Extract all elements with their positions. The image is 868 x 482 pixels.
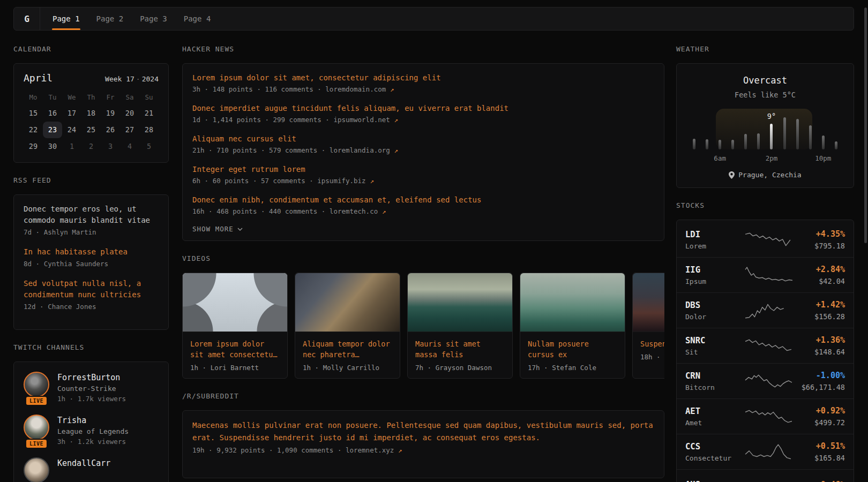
- stock-row[interactable]: IIG Ipsum +2.84% $42.04: [677, 257, 854, 292]
- rss-item: In hac habitasse platea 8d · Cynthia Sau…: [24, 246, 159, 269]
- reddit-post-meta[interactable]: 19h · 9,932 points · 1,090 comments · lo…: [192, 446, 654, 454]
- rss-item-title[interactable]: Sed volutpat nulla nisl, a condimentum n…: [24, 278, 159, 300]
- topbar: G Page 1 Page 2 Page 3 Page 4: [13, 7, 854, 31]
- calendar-days-grid: 1516171819202122232425262728293012345: [24, 105, 159, 155]
- weather-location: Prague, Czechia: [738, 171, 801, 179]
- page-scrollbar: [863, 0, 868, 482]
- stock-row[interactable]: SNRC Sit +1.36% $148.64: [677, 328, 854, 363]
- twitch-channel-row[interactable]: LIVE ForrestBurton Counter-Strike 1h · 1…: [24, 370, 159, 412]
- rss-item-title[interactable]: In hac habitasse platea: [24, 246, 159, 258]
- calendar-day: 25: [81, 122, 101, 138]
- weather-bar: [809, 125, 812, 149]
- stock-sparkline: [744, 372, 794, 390]
- stock-change: +2.84%: [794, 265, 845, 274]
- video-thumbnail: [183, 273, 287, 332]
- video-card[interactable]: Suspendisse diam 18h · Tara: [632, 273, 664, 379]
- stock-id: AET Amet: [685, 406, 744, 427]
- hackernews-item: Aliquam nec cursus elit 21h · 710 points…: [192, 133, 654, 154]
- stock-row[interactable]: CCS Consectetur +0.51% $165.84: [677, 434, 854, 469]
- stock-row[interactable]: AET Amet +0.92% $499.72: [677, 398, 854, 434]
- page-tab[interactable]: Page 3: [139, 7, 168, 30]
- hackernews-item-meta[interactable]: 21h · 710 points · 579 comments · loreml…: [192, 146, 654, 154]
- hackernews-item-meta[interactable]: 1d · 1,414 points · 299 comments · ipsum…: [192, 116, 654, 124]
- calendar-day: 21: [139, 105, 159, 122]
- weather-bar: [693, 139, 695, 149]
- calendar-year: 2024: [142, 75, 159, 83]
- rss-item-meta: 12d · Chance Jones: [24, 302, 159, 312]
- hackernews-item-title[interactable]: Aliquam nec cursus elit: [192, 133, 654, 144]
- twitch-channel-row[interactable]: KendallCarr: [24, 455, 159, 482]
- hackernews-item-title[interactable]: Lorem ipsum dolor sit amet, consectetur …: [192, 72, 654, 83]
- hackernews-item-meta[interactable]: 3h · 148 points · 116 comments · loremdo…: [192, 85, 654, 93]
- twitch-channel-name: Trisha: [57, 415, 129, 425]
- stock-change: +0.51%: [794, 441, 845, 451]
- stocks-widget: LDI Lorem +4.35% $795.18 IIG Ipsum: [676, 220, 854, 482]
- calendar-dow-row: MoTuWeThFrSaSu: [24, 90, 159, 105]
- dashboard: G Page 1 Page 2 Page 3 Page 4 CALENDAR A…: [0, 0, 868, 482]
- video-title: Mauris sit amet massa felis: [415, 338, 505, 360]
- stock-id: IIG Ipsum: [685, 265, 744, 285]
- calendar-day: 28: [139, 122, 159, 138]
- video-meta: 18h · Tara: [640, 353, 664, 361]
- hackernews-item-title[interactable]: Donec imperdiet augue tincidunt felis al…: [192, 103, 654, 114]
- calendar-day: 23: [43, 122, 62, 138]
- calendar-section-title: CALENDAR: [13, 45, 169, 53]
- rss-item-meta: 8d · Cynthia Saunders: [24, 259, 159, 269]
- hackernews-item-meta[interactable]: 6h · 60 points · 57 comments · ipsumify.…: [192, 177, 654, 185]
- twitch-channel-name: ForrestBurton: [57, 372, 126, 382]
- reddit-post-title[interactable]: Maecenas mollis pulvinar erat non posuer…: [192, 419, 654, 444]
- hackernews-item-title[interactable]: Donec enim nibh, condimentum et accumsan…: [192, 194, 654, 205]
- twitch-channel-info: KendallCarr: [57, 457, 110, 482]
- weather-hourly-chart: 6am9°2pm10pm: [693, 116, 837, 149]
- video-meta: 1h · Molly Carrillo: [303, 364, 392, 372]
- twitch-avatar-wrap: LIVE: [24, 372, 49, 403]
- weather-condition: Overcast: [685, 75, 845, 86]
- stock-row[interactable]: DBS Dolor +1.42% $156.28: [677, 292, 854, 328]
- video-card[interactable]: Aliquam tempor dolor nec pharetra… 1h · …: [295, 273, 400, 379]
- calendar-day: 24: [62, 122, 81, 138]
- separator-dot: ·: [134, 75, 142, 83]
- chevron-down-icon: [237, 228, 243, 231]
- stock-row[interactable]: CRN Bitcorn -1.00% $66,171.48: [677, 363, 854, 398]
- stock-values: +0.46%: [794, 480, 845, 482]
- stock-price: $156.28: [794, 312, 845, 321]
- calendar-week-year: Week 17·2024: [105, 75, 159, 83]
- stock-sparkline: [744, 302, 794, 320]
- rss-item-title[interactable]: Donec tempor eros leo, ut commodo mauris…: [24, 204, 159, 226]
- video-card[interactable]: Mauris sit amet massa felis 7h · Grayson…: [407, 273, 513, 379]
- app-logo[interactable]: G: [14, 7, 40, 30]
- scrollbar-thumb[interactable]: [864, 7, 867, 243]
- calendar-day: 17: [62, 105, 81, 122]
- calendar-widget: April Week 17·2024 MoTuWeThFrSaSu 151617…: [13, 63, 169, 163]
- stock-sparkline: [744, 231, 794, 249]
- page-tab[interactable]: Page 4: [183, 7, 212, 30]
- video-card-body: Suspendisse diam 18h · Tara: [633, 332, 664, 367]
- subreddit-section-title: /R/SUBREDDIT: [182, 392, 664, 400]
- stock-change: -1.00%: [794, 371, 845, 380]
- hackernews-item-title[interactable]: Integer eget rutrum lorem: [192, 164, 654, 175]
- hackernews-show-more-button[interactable]: SHOW MORE: [192, 225, 243, 233]
- stock-change: +1.36%: [794, 335, 845, 345]
- hackernews-item-meta[interactable]: 16h · 468 points · 440 comments · loremt…: [192, 207, 654, 215]
- avatar: [24, 372, 49, 397]
- stock-row[interactable]: LDI Lorem +4.35% $795.18: [677, 222, 854, 257]
- video-card[interactable]: Lorem ipsum dolor sit amet consectetu… 1…: [182, 273, 288, 379]
- stock-row[interactable]: AHS +0.46%: [677, 469, 854, 482]
- avatar: [24, 415, 49, 440]
- stock-ticker: CCS: [685, 442, 744, 451]
- weather-bar: [796, 119, 799, 149]
- stock-ticker: AHS: [685, 480, 744, 482]
- page-tab[interactable]: Page 1: [52, 7, 80, 30]
- hackernews-item: Donec imperdiet augue tincidunt felis al…: [192, 103, 654, 124]
- calendar-dow: Su: [139, 90, 159, 105]
- weather-bar: [731, 140, 734, 149]
- video-card[interactable]: Nullam posuere cursus ex 17h · Stefan Co…: [520, 273, 625, 379]
- video-title: Aliquam tempor dolor nec pharetra…: [303, 338, 392, 360]
- twitch-channel-row[interactable]: LIVE Trisha League of Legends 3h · 1.2k …: [24, 412, 159, 455]
- hackernews-section-title: HACKER NEWS: [182, 45, 664, 53]
- page-tab[interactable]: Page 2: [96, 7, 124, 30]
- stock-price: $66,171.48: [794, 383, 845, 391]
- weather-bar: [744, 134, 747, 149]
- hackernews-widget: Lorem ipsum dolor sit amet, consectetur …: [182, 63, 664, 241]
- stock-change: +1.42%: [794, 300, 845, 310]
